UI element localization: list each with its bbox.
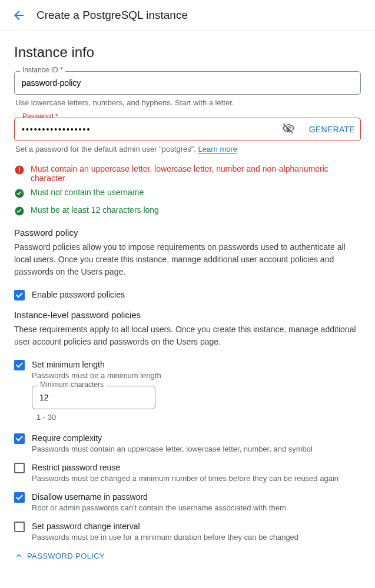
rule-text: Must not contain the username — [31, 188, 144, 197]
reuse-desc: Passwords must be changed a minimum numb… — [32, 474, 339, 483]
min-length-label: Set minimum length — [32, 360, 161, 369]
svg-rect-2 — [19, 172, 20, 173]
username-checkbox[interactable] — [14, 492, 25, 503]
instance-policies-desc: These requirements apply to all local us… — [14, 323, 361, 348]
min-chars-field: Minimum characters 1 - 30 — [32, 386, 361, 422]
generate-password-button[interactable]: GENERATE — [309, 125, 355, 134]
instance-policies-title: Instance-level password policies — [14, 310, 361, 320]
instance-id-hint: Use lowercase letters, numbers, and hyph… — [15, 98, 360, 107]
rule-username: Must not contain the username — [14, 188, 361, 201]
instance-id-label: Instance ID * — [20, 66, 65, 74]
section-heading: Instance info — [14, 44, 361, 61]
back-button[interactable] — [12, 8, 26, 22]
password-policy-title: Password policy — [14, 228, 361, 238]
complexity-label: Require complexity — [32, 433, 313, 443]
rule-complexity: Must contain an uppercase letter, lowerc… — [14, 164, 361, 183]
toggle-password-visibility-button[interactable] — [280, 120, 297, 139]
password-policy-toggle[interactable]: PASSWORD POLICY — [14, 551, 105, 560]
min-length-checkbox[interactable] — [14, 360, 25, 370]
password-field: Password * GENERATE — [14, 118, 361, 141]
password-hint: Set a password for the default admin use… — [15, 145, 360, 153]
interval-label: Set password change interval — [32, 522, 298, 531]
toggle-label-text: PASSWORD POLICY — [27, 552, 105, 560]
instance-id-field: Instance ID * — [14, 71, 361, 95]
complexity-desc: Passwords must contain an uppercase lett… — [32, 445, 313, 453]
check-circle-icon — [14, 188, 25, 201]
password-hint-text: Set a password for the default admin use… — [15, 145, 198, 153]
min-chars-label: Minimum characters — [38, 380, 106, 389]
min-length-row: Set minimum length Passwords must be a m… — [14, 360, 361, 380]
page-header: Create a PostgreSQL instance — [0, 0, 375, 31]
enable-policies-row: Enable password policies — [14, 290, 361, 300]
arrow-back-icon — [12, 8, 26, 22]
username-label: Disallow username in password — [32, 492, 286, 502]
rule-text: Must contain an uppercase letter, lowerc… — [31, 164, 361, 183]
enable-policies-label: Enable password policies — [32, 290, 125, 299]
username-desc: Root or admin passwords can't contain th… — [32, 503, 286, 512]
min-chars-hint: 1 - 30 — [36, 413, 360, 422]
learn-more-link[interactable]: Learn more — [198, 145, 237, 154]
complexity-checkbox[interactable] — [14, 433, 25, 444]
min-length-desc: Passwords must be a minimum length — [32, 371, 161, 380]
interval-row: Set password change interval Passwords m… — [14, 522, 361, 542]
reuse-row: Restrict password reuse Passwords must b… — [14, 463, 361, 483]
page-title: Create a PostgreSQL instance — [36, 9, 188, 22]
interval-desc: Passwords must be in use for a minimum d… — [32, 533, 298, 542]
visibility-off-icon — [282, 122, 295, 135]
interval-checkbox[interactable] — [14, 522, 25, 532]
instance-id-input[interactable] — [14, 71, 361, 95]
complexity-row: Require complexity Passwords must contai… — [14, 433, 361, 453]
main-content: Instance info Instance ID * Use lowercas… — [0, 31, 375, 578]
min-chars-input[interactable] — [32, 386, 155, 409]
svg-rect-1 — [19, 168, 20, 171]
password-policy-desc: Password policies allow you to impose re… — [14, 241, 361, 278]
enable-policies-checkbox[interactable] — [14, 290, 25, 300]
username-row: Disallow username in password Root or ad… — [14, 492, 361, 512]
reuse-label: Restrict password reuse — [32, 463, 339, 472]
password-rules: Must contain an uppercase letter, lowerc… — [14, 164, 361, 218]
reuse-checkbox[interactable] — [14, 463, 25, 473]
chevron-up-icon — [14, 551, 24, 560]
check-circle-icon — [14, 206, 25, 218]
error-icon — [14, 165, 25, 177]
rule-text: Must be at least 12 characters long — [31, 205, 159, 215]
rule-length: Must be at least 12 characters long — [14, 205, 361, 218]
